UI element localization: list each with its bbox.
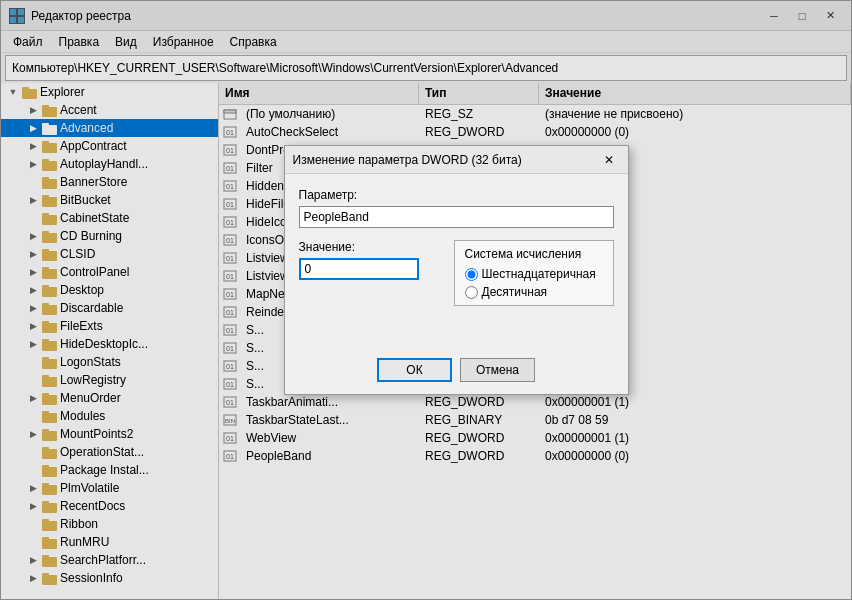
numbase-panel: Система исчисления Шестнадцатеричная Дес…: [454, 240, 614, 306]
numbase-label: Система исчисления: [465, 247, 603, 261]
dialog-title-text: Изменение параметра DWORD (32 бита): [293, 153, 598, 167]
dialog-close-button[interactable]: ✕: [598, 150, 620, 170]
dialog-left-col: Значение:: [299, 240, 444, 280]
param-label: Параметр:: [299, 188, 614, 202]
value-label: Значение:: [299, 240, 444, 254]
ok-button[interactable]: ОК: [377, 358, 452, 382]
dialog-title-bar: Изменение параметра DWORD (32 бита) ✕: [285, 146, 628, 174]
hex-radio[interactable]: [465, 268, 478, 281]
dialog-footer: ОК Отмена: [285, 350, 628, 394]
dialog-value-row: Значение: Система исчисления Шестнадцате…: [299, 240, 614, 306]
param-input[interactable]: [299, 206, 614, 228]
dec-radio[interactable]: [465, 286, 478, 299]
edit-dword-dialog: Изменение параметра DWORD (32 бита) ✕ Па…: [284, 145, 629, 395]
hex-radio-label[interactable]: Шестнадцатеричная: [465, 267, 603, 281]
dialog-overlay: Изменение параметра DWORD (32 бита) ✕ Па…: [0, 0, 852, 600]
dec-label: Десятичная: [482, 285, 548, 299]
radio-group: Шестнадцатеричная Десятичная: [465, 267, 603, 299]
cancel-button[interactable]: Отмена: [460, 358, 535, 382]
hex-label: Шестнадцатеричная: [482, 267, 596, 281]
value-input[interactable]: [299, 258, 419, 280]
dec-radio-label[interactable]: Десятичная: [465, 285, 603, 299]
dialog-body: Параметр: Значение: Система исчисления Ш…: [285, 174, 628, 350]
